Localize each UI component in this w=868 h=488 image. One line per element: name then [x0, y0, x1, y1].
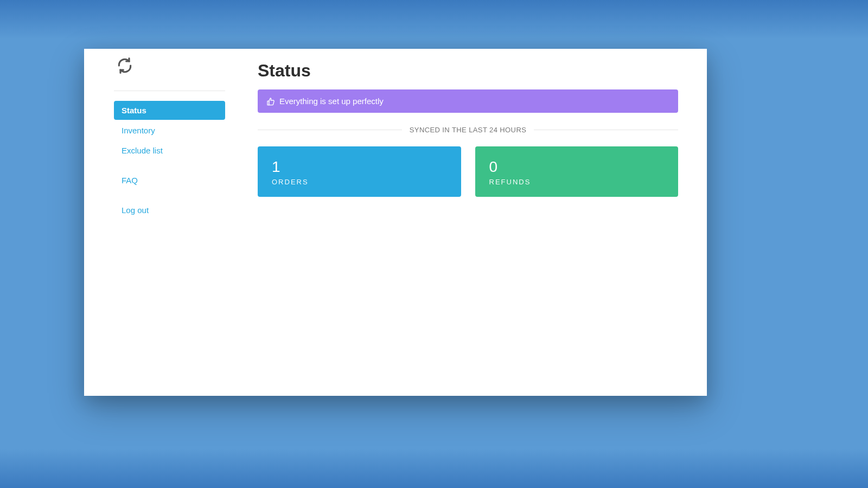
sidebar-item-inventory[interactable]: Inventory: [114, 121, 225, 140]
nav-gap: [114, 161, 225, 171]
status-alert-text: Everything is set up perfectly: [279, 97, 384, 106]
main-content: Status Everything is set up perfectly SY…: [258, 61, 678, 197]
sidebar-item-exclude-list[interactable]: Exclude list: [114, 141, 225, 160]
card-refunds-label: REFUNDS: [489, 178, 665, 186]
section-divider-label: SYNCED IN THE LAST 24 HOURS: [402, 126, 534, 134]
sidebar-item-faq[interactable]: FAQ: [114, 171, 225, 190]
app-window: Status Inventory Exclude list FAQ Log ou…: [84, 49, 707, 396]
sidebar-divider: [114, 91, 225, 91]
status-alert: Everything is set up perfectly: [258, 89, 678, 113]
card-orders: 1 ORDERS: [258, 146, 461, 197]
page-title: Status: [258, 61, 678, 81]
sidebar-item-status[interactable]: Status: [114, 101, 225, 120]
section-divider: SYNCED IN THE LAST 24 HOURS: [258, 125, 678, 134]
nav-list: Status Inventory Exclude list FAQ Log ou…: [114, 101, 225, 220]
thumbs-up-icon: [266, 97, 275, 106]
stat-cards: 1 ORDERS 0 REFUNDS: [258, 146, 678, 197]
card-refunds: 0 REFUNDS: [475, 146, 679, 197]
nav-gap: [114, 191, 225, 201]
sidebar-item-logout[interactable]: Log out: [114, 201, 225, 220]
sidebar: Status Inventory Exclude list FAQ Log ou…: [114, 57, 225, 221]
sync-logo-icon: [114, 57, 225, 91]
svg-rect-0: [267, 101, 269, 105]
card-refunds-value: 0: [489, 158, 665, 176]
card-orders-label: ORDERS: [272, 178, 447, 186]
card-orders-value: 1: [272, 158, 447, 176]
